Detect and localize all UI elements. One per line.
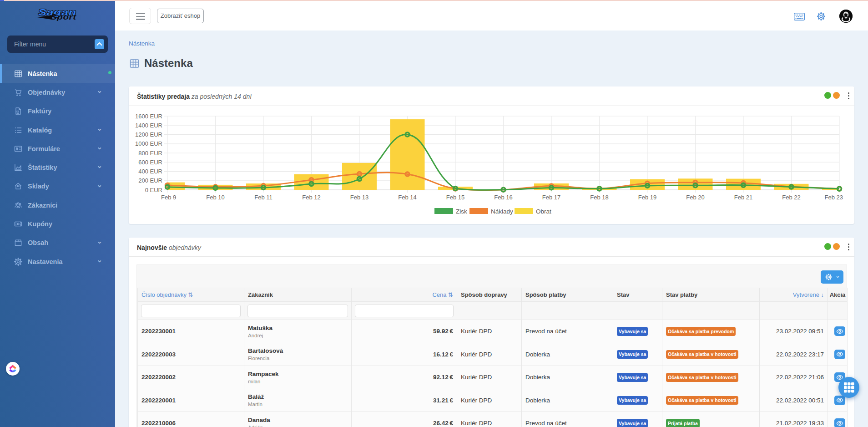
svg-text:Feb 9: Feb 9 [161,194,176,201]
svg-text:200 EUR: 200 EUR [138,177,162,184]
svg-text:Feb 15: Feb 15 [446,194,464,201]
svg-text:Feb 14: Feb 14 [398,194,416,201]
svg-text:Feb 10: Feb 10 [206,194,224,201]
svg-text:400 EUR: 400 EUR [138,168,162,175]
svg-text:Feb 21: Feb 21 [734,194,752,201]
svg-text:Feb 18: Feb 18 [590,194,608,201]
svg-text:Feb 13: Feb 13 [350,194,368,201]
svg-text:Feb 12: Feb 12 [302,194,320,201]
svg-text:1400 EUR: 1400 EUR [135,122,162,129]
svg-text:Obrat: Obrat [536,208,551,215]
svg-text:Zisk: Zisk [456,208,467,215]
svg-text:Feb 16: Feb 16 [494,194,512,201]
svg-text:Náklady: Náklady [491,208,513,215]
svg-text:600 EUR: 600 EUR [138,159,162,166]
svg-text:800 EUR: 800 EUR [138,150,162,157]
svg-text:1600 EUR: 1600 EUR [135,113,162,120]
svg-text:1200 EUR: 1200 EUR [135,131,162,138]
svg-text:Feb 17: Feb 17 [542,194,560,201]
svg-text:Feb 23: Feb 23 [825,194,843,201]
svg-text:1000 EUR: 1000 EUR [135,140,162,147]
svg-text:Feb 19: Feb 19 [638,194,656,201]
svg-text:Feb 11: Feb 11 [254,194,273,201]
svg-text:0 EUR: 0 EUR [145,187,162,193]
svg-text:Feb 20: Feb 20 [686,194,704,201]
svg-text:Feb 22: Feb 22 [782,194,800,201]
